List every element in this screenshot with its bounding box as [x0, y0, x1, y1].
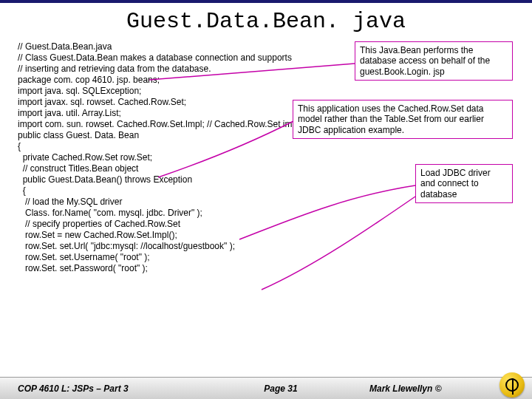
footer-course: COP 4610 L: JSPs – Part 3: [0, 383, 222, 394]
code-line: row.Set = new Cached.Row.Set.Impl();: [18, 230, 514, 241]
code-line: // specify properties of Cached.Row.Set: [18, 219, 514, 230]
code-line: import java. sql. SQLException;: [18, 86, 514, 97]
footer-bar: COP 4610 L: JSPs – Part 3 Page 31 Mark L…: [0, 377, 532, 399]
callout-jdbc-driver: Load JDBC driver and connect to database: [415, 164, 513, 203]
code-line: {: [18, 141, 514, 152]
callout-javabean: This Java.Bean performs the database acc…: [355, 41, 513, 81]
code-line: row.Set. set.Url( "jdbc:mysql: //localho…: [18, 241, 514, 252]
top-border: [0, 0, 532, 3]
callout-cached-rowset: This application uses the Cached.Row.Set…: [293, 100, 513, 139]
code-line: Class. for.Name( "com. mysql. jdbc. Driv…: [18, 208, 514, 219]
code-line: row.Set. set.Username( "root" );: [18, 252, 514, 263]
code-area: // Guest.Data.Bean.java // Class Guest.D…: [0, 41, 532, 274]
slide-title: Guest.Data.Bean. java: [0, 9, 532, 34]
ucf-logo-icon: [499, 372, 525, 398]
code-line: private Cached.Row.Set row.Set;: [18, 152, 514, 163]
code-line: row.Set. set.Password( "root" );: [18, 263, 514, 274]
footer-page: Page 31: [222, 383, 340, 394]
